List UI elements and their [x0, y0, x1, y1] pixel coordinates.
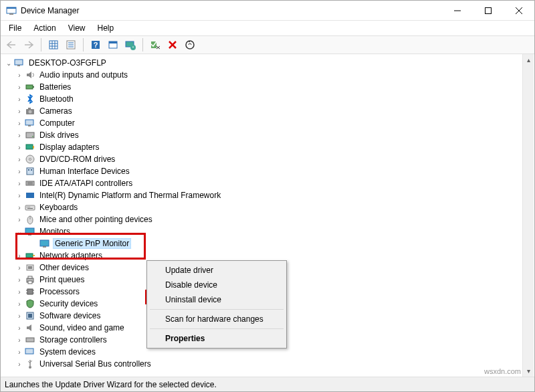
close-button[interactable] — [504, 1, 534, 20]
tree-category[interactable]: ›Display adapters — [1, 141, 534, 153]
tree-category[interactable]: ›DVD/CD-ROM drives — [1, 153, 534, 165]
context-menu: Update driver Disable device Uninstall d… — [146, 260, 287, 349]
dvd-icon — [25, 154, 35, 165]
chevron-right-icon[interactable]: › — [15, 215, 23, 223]
maximize-button[interactable] — [473, 1, 504, 20]
svg-rect-71 — [26, 338, 34, 342]
chevron-right-icon[interactable]: › — [15, 191, 23, 199]
intel-icon — [25, 190, 35, 201]
menu-file[interactable]: File — [3, 22, 27, 34]
update-driver-button[interactable] — [122, 37, 138, 53]
help-button[interactable]: ? — [88, 37, 104, 53]
chevron-right-icon[interactable]: › — [15, 324, 23, 332]
tree-category[interactable]: ›Disk drives — [1, 129, 534, 141]
tree-category[interactable]: ›Mice and other pointing devices — [1, 213, 534, 225]
svg-rect-63 — [28, 281, 32, 284]
chevron-right-icon[interactable]: › — [15, 179, 23, 187]
uninstall-button[interactable] — [165, 37, 181, 53]
chevron-right-icon[interactable]: › — [15, 107, 23, 115]
tree-category[interactable]: ›Computer — [1, 117, 534, 129]
chevron-right-icon[interactable]: › — [15, 71, 23, 79]
watermark: wsxdn.com — [484, 367, 521, 375]
node-label: Bluetooth — [38, 94, 75, 104]
disable-button[interactable] — [147, 37, 163, 53]
chevron-down-icon[interactable]: ⌄ — [15, 227, 23, 235]
minimize-button[interactable] — [442, 1, 473, 20]
tree-category[interactable]: ›IDE ATA/ATAPI controllers — [1, 177, 534, 189]
chevron-right-icon[interactable]: › — [15, 203, 23, 211]
svg-rect-31 — [25, 120, 33, 125]
chevron-right-icon[interactable]: › — [15, 95, 23, 103]
chevron-right-icon[interactable]: › — [15, 300, 23, 308]
battery-icon — [25, 82, 35, 92]
scan-hardware-button[interactable] — [182, 37, 198, 53]
forward-button[interactable] — [21, 37, 37, 53]
tree-category-monitors[interactable]: ⌄Monitors — [1, 225, 534, 237]
tree-category[interactable]: ›Bluetooth — [1, 93, 534, 105]
tree-device-generic-pnp-monitor[interactable]: Generic PnP Monitor — [1, 237, 534, 250]
svg-rect-39 — [27, 168, 33, 175]
ctx-separator — [150, 309, 284, 310]
ctx-update-driver[interactable]: Update driver — [149, 263, 284, 278]
chevron-right-icon[interactable]: › — [15, 336, 23, 344]
chevron-right-icon[interactable]: › — [15, 348, 23, 356]
tree-category[interactable]: ›Batteries — [1, 81, 534, 93]
chevron-right-icon[interactable]: › — [15, 83, 23, 91]
chevron-right-icon[interactable]: › — [15, 276, 23, 284]
chevron-right-icon[interactable]: › — [15, 288, 23, 296]
svg-rect-36 — [33, 146, 34, 149]
svg-rect-1 — [7, 7, 16, 9]
chevron-down-icon[interactable]: ⌄ — [5, 59, 13, 67]
scroll-down-arrow[interactable]: ▾ — [523, 365, 534, 377]
scroll-up-arrow[interactable]: ▴ — [523, 54, 534, 66]
audio-icon — [25, 70, 35, 80]
svg-rect-54 — [28, 234, 31, 235]
tree-category[interactable]: ›Human Interface Devices — [1, 165, 534, 177]
action-button[interactable] — [105, 37, 121, 53]
tree-category[interactable]: ›Keyboards — [1, 201, 534, 213]
svg-rect-58 — [33, 255, 35, 256]
node-label: Universal Serial Bus controllers — [38, 359, 152, 369]
svg-rect-56 — [43, 246, 46, 248]
show-hidden-button[interactable] — [45, 37, 62, 53]
node-label: Software devices — [38, 311, 102, 320]
vertical-scrollbar[interactable]: ▴ ▾ — [522, 54, 534, 377]
chevron-right-icon[interactable]: › — [15, 155, 23, 163]
software-icon — [25, 310, 35, 321]
ctx-disable-device[interactable]: Disable device — [149, 278, 284, 292]
ctx-scan-hardware[interactable]: Scan for hardware changes — [149, 312, 284, 326]
menubar: File Action View Help — [1, 21, 534, 35]
toolbar: ? — [1, 35, 534, 54]
properties-button[interactable] — [63, 37, 79, 53]
svg-rect-46 — [25, 205, 35, 210]
chevron-right-icon[interactable]: › — [15, 131, 23, 139]
ide-icon — [25, 178, 35, 189]
menu-view[interactable]: View — [63, 22, 91, 34]
tree-root[interactable]: ⌄ DESKTOP-O3FGFLP — [1, 57, 534, 69]
node-label: Keyboards — [38, 203, 79, 212]
tree-category[interactable]: ›Cameras — [1, 105, 534, 117]
menu-action[interactable]: Action — [28, 22, 61, 34]
chevron-right-icon[interactable]: › — [15, 143, 23, 151]
svg-rect-49 — [29, 207, 30, 207]
keyboard-icon — [25, 202, 35, 213]
node-label: Processors — [38, 287, 81, 296]
chevron-right-icon[interactable]: › — [15, 252, 23, 260]
tree-category[interactable]: ›Intel(R) Dynamic Platform and Thermal F… — [1, 189, 534, 201]
chevron-right-icon[interactable]: › — [15, 312, 23, 320]
chevron-right-icon[interactable]: › — [15, 360, 23, 368]
monitor-update-icon — [125, 39, 136, 50]
titlebar: Device Manager — [1, 1, 534, 21]
menu-help[interactable]: Help — [92, 22, 120, 34]
ctx-properties[interactable]: Properties — [149, 331, 284, 346]
chevron-right-icon[interactable]: › — [15, 167, 23, 175]
svg-point-38 — [29, 159, 31, 161]
svg-rect-47 — [27, 207, 27, 207]
chevron-right-icon[interactable]: › — [15, 264, 23, 272]
svg-rect-45 — [26, 193, 34, 198]
tree-category[interactable]: ›Universal Serial Bus controllers — [1, 358, 534, 370]
chevron-right-icon[interactable]: › — [15, 119, 23, 127]
back-button[interactable] — [3, 37, 19, 53]
ctx-uninstall-device[interactable]: Uninstall device — [149, 292, 284, 307]
tree-category[interactable]: ›Audio inputs and outputs — [1, 69, 534, 81]
